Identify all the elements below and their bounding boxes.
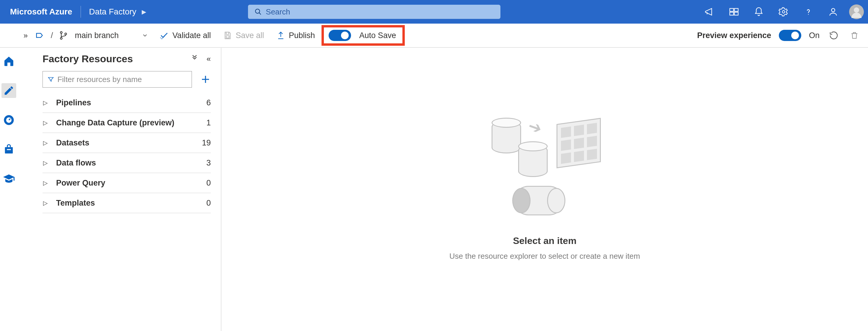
help-icon[interactable] xyxy=(803,6,814,17)
preview-experience-label: Preview experience xyxy=(697,31,771,40)
svg-rect-2 xyxy=(730,8,734,11)
collapse-sections-icon[interactable] xyxy=(191,54,198,63)
feedback-icon[interactable] xyxy=(828,6,838,17)
svg-rect-4 xyxy=(730,12,734,15)
resource-group-label: Change Data Capture (preview) xyxy=(56,118,206,127)
shell-divider xyxy=(81,6,81,18)
nav-manage[interactable] xyxy=(1,142,16,157)
breadcrumb-chevron-icon: ▶ xyxy=(142,8,146,15)
svg-rect-16 xyxy=(7,149,11,150)
command-bar: » / main branch Validate all Save all xyxy=(0,24,868,48)
resource-group-templates[interactable]: ▷ Templates 0 xyxy=(42,193,211,213)
auto-save-label: Auto Save xyxy=(359,31,396,40)
svg-point-14 xyxy=(6,118,11,123)
resource-group-cdc[interactable]: ▷ Change Data Capture (preview) 1 xyxy=(42,113,211,133)
resource-group-count: 1 xyxy=(206,118,211,127)
branch-selector[interactable]: main branch xyxy=(74,29,120,42)
resource-group-pipelines[interactable]: ▷ Pipelines 6 xyxy=(42,93,211,113)
git-branch-icon[interactable] xyxy=(59,31,68,40)
expand-tri-icon: ▷ xyxy=(43,159,50,166)
breadcrumb[interactable]: Data Factory ▶ xyxy=(89,7,146,16)
svg-point-0 xyxy=(255,9,259,13)
nav-author[interactable] xyxy=(1,83,16,98)
main-body: Factory Resources « ▷ Pipelines xyxy=(0,48,868,331)
resource-group-label: Pipelines xyxy=(56,98,206,107)
resource-group-count: 0 xyxy=(206,178,211,188)
settings-gear-icon[interactable] xyxy=(778,6,789,17)
expand-panel-icon[interactable]: » xyxy=(24,31,28,40)
resource-group-dataflows[interactable]: ▷ Data flows 3 xyxy=(42,153,211,173)
resource-group-label: Power Query xyxy=(56,178,206,188)
nav-learning[interactable] xyxy=(1,172,16,187)
resource-group-count: 6 xyxy=(206,98,211,107)
global-search-input[interactable] xyxy=(266,7,494,16)
expand-tri-icon: ▷ xyxy=(43,119,50,126)
validate-all-label: Validate all xyxy=(173,31,211,40)
svg-point-6 xyxy=(782,11,785,13)
branch-name-label: main branch xyxy=(75,31,119,40)
refresh-button[interactable] xyxy=(827,29,840,42)
publish-button[interactable]: Publish xyxy=(275,29,316,42)
activity-bar xyxy=(0,48,18,331)
brand-label[interactable]: Microsoft Azure xyxy=(10,7,72,16)
resource-group-datasets[interactable]: ▷ Datasets 19 xyxy=(42,133,211,153)
publish-label: Publish xyxy=(289,31,315,40)
preview-on-label: On xyxy=(809,31,819,40)
resource-group-powerquery[interactable]: ▷ Power Query 0 xyxy=(42,173,211,193)
svg-point-9 xyxy=(60,32,62,33)
resource-group-label: Data flows xyxy=(56,158,206,168)
empty-state-illustration: ➔ xyxy=(483,118,607,224)
svg-point-7 xyxy=(808,14,809,15)
auto-save-toggle[interactable] xyxy=(329,30,351,41)
azure-top-shell: Microsoft Azure Data Factory ▶ xyxy=(0,0,868,24)
auto-save-highlighted-group: Auto Save xyxy=(321,25,405,46)
global-search-box[interactable] xyxy=(248,5,500,19)
svg-point-11 xyxy=(65,33,66,35)
resource-filter-box[interactable] xyxy=(42,71,192,88)
preview-experience-toggle[interactable] xyxy=(779,30,801,41)
cloud-shell-icon[interactable] xyxy=(728,6,739,17)
empty-state-subtitle: Use the resource explorer to select or c… xyxy=(450,252,640,261)
author-canvas: ➔ Select an item Use the resource explor… xyxy=(221,48,868,331)
svg-point-10 xyxy=(60,37,62,39)
empty-state-title: Select an item xyxy=(513,235,576,246)
shell-icon-strip xyxy=(704,6,838,17)
announcements-icon[interactable] xyxy=(704,6,714,17)
validate-all-button[interactable]: Validate all xyxy=(158,29,212,42)
factory-resources-title: Factory Resources xyxy=(42,53,191,65)
nav-home[interactable] xyxy=(1,54,16,68)
filter-icon xyxy=(48,76,54,83)
resource-group-label: Datasets xyxy=(56,138,202,147)
save-all-label: Save all xyxy=(236,31,264,40)
nav-monitor[interactable] xyxy=(1,113,16,127)
collapse-panel-icon[interactable]: « xyxy=(207,54,211,63)
svg-rect-3 xyxy=(734,8,738,11)
breadcrumb-separator: / xyxy=(51,31,53,40)
expand-tri-icon: ▷ xyxy=(43,99,50,106)
svg-rect-15 xyxy=(5,147,13,154)
svg-point-8 xyxy=(831,8,835,12)
resource-group-label: Templates xyxy=(56,199,206,208)
svg-rect-12 xyxy=(226,36,229,38)
data-factory-icon[interactable] xyxy=(35,30,45,40)
save-all-button[interactable]: Save all xyxy=(222,29,265,42)
discard-button[interactable] xyxy=(848,29,861,42)
resource-group-count: 19 xyxy=(202,138,211,147)
expand-tri-icon: ▷ xyxy=(43,139,50,146)
add-resource-button[interactable] xyxy=(200,74,211,85)
resource-filter-input[interactable] xyxy=(57,75,187,84)
factory-resources-panel: Factory Resources « ▷ Pipelines xyxy=(18,48,221,331)
search-icon xyxy=(254,8,262,15)
account-avatar[interactable] xyxy=(849,4,864,19)
expand-tri-icon: ▷ xyxy=(43,199,50,206)
search-wrap xyxy=(248,5,500,19)
expand-tri-icon: ▷ xyxy=(43,179,50,187)
branch-chevron-icon[interactable] xyxy=(142,32,148,39)
breadcrumb-label: Data Factory xyxy=(89,7,136,16)
resource-group-count: 0 xyxy=(206,199,211,208)
svg-rect-5 xyxy=(734,12,738,15)
notifications-icon[interactable] xyxy=(753,6,764,17)
factory-resources-list: ▷ Pipelines 6 ▷ Change Data Capture (pre… xyxy=(42,93,211,213)
preview-experience-group: Preview experience On xyxy=(697,29,861,42)
resource-group-count: 3 xyxy=(206,158,211,168)
